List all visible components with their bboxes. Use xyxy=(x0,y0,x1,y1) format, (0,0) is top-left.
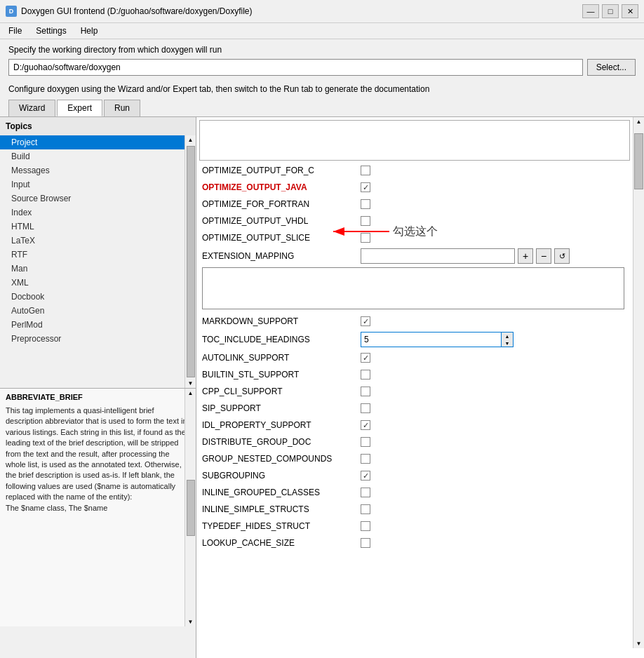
toc-spin-up[interactable]: ▲ xyxy=(502,333,513,340)
setting-row-lookup: LOOKUP_CACHE_SIZE xyxy=(196,535,633,551)
toc-spinbox: ▲ ▼ xyxy=(361,332,514,347)
inline-simple-checkbox[interactable] xyxy=(361,504,370,514)
typedef-checkbox[interactable] xyxy=(361,521,370,531)
main-content: Topics Project Build Messages Input Sour… xyxy=(0,116,644,658)
setting-row-optimize-fortran: OPTIMIZE_FOR_FORTRAN xyxy=(196,196,633,213)
sidebar-item-latex[interactable]: LaTeX xyxy=(0,234,185,248)
topics-scrollbar-thumb[interactable] xyxy=(187,146,195,377)
extension-refresh-btn[interactable]: ↺ xyxy=(554,248,570,264)
right-scrollbar[interactable]: ▲ ▼ xyxy=(633,117,644,648)
right-scroll-up[interactable]: ▲ xyxy=(633,117,644,126)
setting-row-cpp-cli: CPP_CLI_SUPPORT xyxy=(196,383,633,400)
working-dir-input[interactable] xyxy=(8,59,583,76)
desc-scrollbar-thumb[interactable] xyxy=(187,480,195,536)
sidebar-item-xml[interactable]: XML xyxy=(0,276,185,290)
markdown-label: MARKDOWN_SUPPORT xyxy=(202,316,356,326)
title-bar-left: D Doxygen GUI frontend (D:/guohao/softwa… xyxy=(6,6,253,17)
minimize-button[interactable]: — xyxy=(582,4,599,18)
sidebar-item-docbook[interactable]: Docbook xyxy=(0,290,185,304)
sidebar-item-project[interactable]: Project xyxy=(0,135,185,149)
group-nested-label: GROUP_NESTED_COMPOUNDS xyxy=(202,454,356,464)
extension-remove-btn[interactable]: − xyxy=(536,248,551,264)
toc-spinbox-controls: ▲ ▼ xyxy=(501,332,514,347)
menu-file[interactable]: File xyxy=(3,25,27,37)
desc-scroll-down[interactable]: ▼ xyxy=(187,617,195,626)
subgrouping-label: SUBGROUPING xyxy=(202,471,356,481)
setting-row-toc: TOC_INCLUDE_HEADINGS ▲ ▼ xyxy=(196,330,633,349)
right-scrollbar-thumb[interactable] xyxy=(634,133,643,189)
desc-scroll-up[interactable]: ▲ xyxy=(187,389,195,398)
configure-label: Configure doxygen using the Wizard and/o… xyxy=(0,81,644,97)
optimize-vhdl-checkbox[interactable] xyxy=(361,216,370,226)
idl-checkbox[interactable] xyxy=(361,420,370,430)
tabs-row: Wizard Expert Run xyxy=(0,97,644,116)
idl-label: IDL_PROPERTY_SUPPORT xyxy=(202,420,356,430)
inline-simple-label: INLINE_SIMPLE_STRUCTS xyxy=(202,504,356,514)
extension-add-btn[interactable]: + xyxy=(518,248,533,264)
topics-header: Topics xyxy=(0,117,196,135)
cpp-cli-checkbox[interactable] xyxy=(361,387,370,396)
menu-help[interactable]: Help xyxy=(75,25,104,37)
menu-bar: File Settings Help xyxy=(0,23,644,39)
tab-expert[interactable]: Expert xyxy=(57,100,102,116)
sidebar-item-input[interactable]: Input xyxy=(0,177,185,192)
desc-title: ABBREVIATE_BRIEF xyxy=(6,393,190,401)
sidebar-item-autogen[interactable]: AutoGen xyxy=(0,304,185,318)
optimize-slice-checkbox[interactable] xyxy=(361,233,370,243)
setting-row-extension: EXTENSION_MAPPING + − ↺ xyxy=(196,246,633,266)
tab-wizard[interactable]: Wizard xyxy=(8,100,55,116)
toc-input[interactable] xyxy=(361,332,501,347)
setting-row-distribute: DISTRIBUTE_GROUP_DOC xyxy=(196,434,633,450)
working-dir-section: Specify the working directory from which… xyxy=(0,39,644,81)
optimize-java-checkbox[interactable] xyxy=(361,182,370,192)
sidebar-item-messages[interactable]: Messages xyxy=(0,163,185,177)
top-textarea[interactable] xyxy=(199,120,630,161)
extension-input[interactable] xyxy=(361,248,515,264)
topics-scroll-down[interactable]: ▼ xyxy=(187,379,195,388)
right-scroll-down[interactable]: ▼ xyxy=(633,639,644,648)
select-button[interactable]: Select... xyxy=(587,59,636,76)
topics-scrollbar[interactable]: ▲ ▼ xyxy=(185,135,196,388)
title-bar: D Doxygen GUI frontend (D:/guohao/softwa… xyxy=(0,0,644,23)
setting-row-inline-grouped: INLINE_GROUPED_CLASSES xyxy=(196,484,633,501)
autolink-label: AUTOLINK_SUPPORT xyxy=(202,353,356,363)
optimize-fortran-checkbox[interactable] xyxy=(361,199,370,209)
window-title: Doxygen GUI frontend (D:/guohao/software… xyxy=(21,6,253,16)
sidebar-item-build[interactable]: Build xyxy=(0,149,185,163)
group-nested-checkbox[interactable] xyxy=(361,454,370,464)
sidebar-item-rtf[interactable]: RTF xyxy=(0,248,185,262)
sidebar-item-perlmod[interactable]: PerlMod xyxy=(0,318,185,332)
inline-grouped-checkbox[interactable] xyxy=(361,488,370,497)
lookup-checkbox[interactable] xyxy=(361,538,370,548)
builtin-stl-checkbox[interactable] xyxy=(361,370,370,380)
setting-row-group-nested: GROUP_NESTED_COMPOUNDS xyxy=(196,450,633,467)
title-bar-controls: — □ ✕ xyxy=(582,4,638,18)
markdown-checkbox[interactable] xyxy=(361,316,370,326)
toc-spin-down[interactable]: ▼ xyxy=(502,340,513,347)
sidebar-item-index[interactable]: Index xyxy=(0,206,185,220)
extension-row: + − ↺ xyxy=(361,248,570,264)
menu-settings[interactable]: Settings xyxy=(30,25,72,37)
tab-run[interactable]: Run xyxy=(104,100,140,116)
sidebar-item-man[interactable]: Man xyxy=(0,262,185,276)
subgrouping-checkbox[interactable] xyxy=(361,471,370,481)
setting-row-idl: IDL_PROPERTY_SUPPORT xyxy=(196,417,633,434)
sidebar-item-source-browser[interactable]: Source Browser xyxy=(0,192,185,206)
extension-textarea[interactable] xyxy=(202,267,624,309)
desc-section: ABBREVIATE_BRIEF This tag implements a q… xyxy=(0,388,196,626)
topics-list: Project Build Messages Input Source Brow… xyxy=(0,135,185,388)
topics-scroll-up[interactable]: ▲ xyxy=(187,135,195,145)
desc-text: This tag implements a quasi-intelligent … xyxy=(6,405,190,513)
optimize-c-checkbox[interactable] xyxy=(361,166,370,175)
autolink-checkbox[interactable] xyxy=(361,353,370,363)
sidebar-item-preprocessor[interactable]: Preprocessor xyxy=(0,332,185,346)
close-button[interactable]: ✕ xyxy=(622,4,638,18)
working-dir-row: Select... xyxy=(8,59,636,76)
sip-checkbox[interactable] xyxy=(361,403,370,413)
sidebar-item-html[interactable]: HTML xyxy=(0,220,185,234)
setting-row-optimize-vhdl: OPTIMIZE_OUTPUT_VHDL xyxy=(196,213,633,229)
setting-row-optimize-slice: OPTIMIZE_OUTPUT_SLICE xyxy=(196,229,633,246)
maximize-button[interactable]: □ xyxy=(602,4,619,18)
distribute-checkbox[interactable] xyxy=(361,437,370,447)
desc-scrollbar[interactable]: ▲ ▼ xyxy=(185,389,196,626)
